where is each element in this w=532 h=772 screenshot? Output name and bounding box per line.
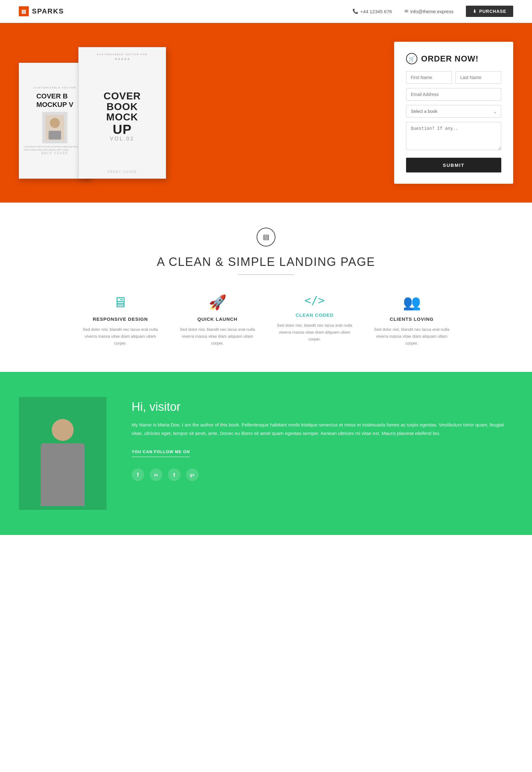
features-heading: A CLEAN & SIMPLE LANDING PAGE: [19, 255, 513, 269]
google-plus-icon[interactable]: g+: [186, 468, 199, 481]
email-icon: ✉: [404, 8, 409, 14]
svg-point-1: [50, 118, 60, 128]
features-top-icon: ▤: [257, 228, 275, 247]
book-front-badge: CUSTOMIZABLE VECTOR PSD: [97, 53, 148, 56]
book-front: CUSTOMIZABLE VECTOR PSD ★★★★★ COVER BOOK…: [78, 47, 166, 179]
books-mockup: CUSTOMIZABLE VECTOR COVER B MOCKUP V Lor…: [19, 47, 194, 179]
feature-clients-title: CLIENTS LOVING: [373, 316, 451, 322]
submit-button[interactable]: SUBMIT: [406, 158, 501, 172]
rocket-icon: 🚀: [178, 294, 257, 311]
feature-responsive: 🖥 RESPONSIVE DESIGN Sed dolor nisl, blan…: [78, 294, 163, 347]
group-icon: 👥: [373, 294, 451, 311]
follow-label: YOU CAN FOLLOW ME ON: [132, 449, 190, 457]
author-head: [52, 419, 74, 441]
monitor-icon: 🖥: [81, 294, 159, 311]
social-icons: f in t g+: [132, 468, 513, 481]
header-contact: 📞 +44 12345 678 ✉ info@theme.express ⬇ P…: [352, 6, 513, 17]
form-title: 🛒 ORDER NOW!: [406, 53, 501, 64]
book-front-top: CUSTOMIZABLE VECTOR PSD ★★★★★: [97, 53, 148, 62]
book-front-title: COVER BOOK MOCK UP VOL.02: [104, 91, 141, 142]
logo-icon: ▤: [19, 6, 29, 16]
logo-text: SPARKS: [32, 7, 64, 15]
features-divider: [238, 274, 294, 275]
first-name-input[interactable]: [406, 71, 452, 84]
feature-responsive-title: RESPONSIVE DESIGN: [81, 316, 159, 322]
hero-section: CUSTOMIZABLE VECTOR COVER B MOCKUP V Lor…: [0, 23, 532, 203]
feature-coded-title: CLEAN CODED: [275, 312, 354, 318]
question-row: [406, 122, 501, 150]
feature-launch: 🚀 QUICK LAUNCH Sed dolor nisl, blandit n…: [175, 294, 260, 347]
feature-launch-desc: Sed dolor nisl, blandit nec lacus erat n…: [178, 326, 257, 347]
book-select-wrapper: Select a book: [406, 105, 501, 117]
submit-label: SUBMIT: [443, 162, 465, 168]
purchase-label: PURCHASE: [479, 9, 506, 14]
book-back-image: [42, 112, 67, 143]
header: ▤ SPARKS 📞 +44 12345 678 ✉ info@theme.ex…: [0, 0, 532, 23]
author-content: Hi, visitor My Name is Maria Doe. I am t…: [132, 397, 513, 481]
phone-icon: 📞: [352, 8, 358, 14]
book-front-label: FRONT COVER: [107, 170, 137, 174]
cart-icon: 🛒: [406, 53, 417, 64]
last-name-input[interactable]: [456, 71, 501, 84]
feature-launch-title: QUICK LAUNCH: [178, 316, 257, 322]
book-back-title: COVER B MOCKUP V: [36, 92, 73, 109]
author-body: [41, 443, 85, 506]
question-textarea[interactable]: [406, 122, 501, 150]
email-row: [406, 88, 501, 101]
book-back-badge: CUSTOMIZABLE VECTOR: [34, 86, 76, 89]
code-icon: </>: [275, 294, 354, 307]
features-grid: 🖥 RESPONSIVE DESIGN Sed dolor nisl, blan…: [78, 294, 454, 347]
twitter-icon[interactable]: t: [168, 468, 180, 481]
author-image: [19, 397, 107, 510]
book-back-label: BACK COVER: [41, 151, 68, 155]
book-select[interactable]: Select a book: [406, 105, 501, 117]
author-section: Hi, visitor My Name is Maria Doe. I am t…: [0, 372, 532, 535]
book-star-rating: ★★★★★: [97, 57, 148, 61]
feature-responsive-desc: Sed dolor nisl, blandit nec lacus erat n…: [81, 326, 159, 347]
facebook-icon[interactable]: f: [132, 468, 144, 481]
feature-coded: </> CLEAN CODED Sed dolor nisl, blandit …: [272, 294, 357, 347]
form-title-text: ORDER NOW!: [421, 54, 478, 64]
feature-coded-desc: Sed dolor nisl, blandit nec lacus erat n…: [275, 322, 354, 343]
email-input[interactable]: [406, 88, 501, 101]
feature-clients: 👥 CLIENTS LOVING Sed dolor nisl, blandit…: [369, 294, 454, 347]
features-section: ▤ A CLEAN & SIMPLE LANDING PAGE 🖥 RESPON…: [0, 203, 532, 372]
email-info: ✉ info@theme.express: [404, 8, 454, 14]
author-greeting: Hi, visitor: [132, 400, 513, 414]
name-row: [406, 71, 501, 84]
purchase-icon: ⬇: [473, 9, 477, 14]
svg-rect-2: [49, 131, 61, 139]
book-back-text: Lorem ipsum dolor sit amet consectetur a…: [23, 145, 86, 151]
book-select-row: Select a book: [406, 105, 501, 117]
author-bio: My Name is Maria Doe. I am the author of…: [132, 420, 513, 437]
linkedin-icon[interactable]: in: [150, 468, 162, 481]
email-address: info@theme.express: [410, 9, 454, 14]
follow-section: YOU CAN FOLLOW ME ON f in t g+: [132, 449, 513, 481]
purchase-button[interactable]: ⬇ PURCHASE: [466, 6, 513, 17]
feature-clients-desc: Sed dolor nisl, blandit nec lacus erat n…: [373, 326, 451, 347]
phone-info: 📞 +44 12345 678: [352, 8, 392, 14]
phone-number: +44 12345 678: [360, 9, 392, 14]
order-form: 🛒 ORDER NOW! Select a book SUBMIT: [394, 42, 513, 184]
logo: ▤ SPARKS: [19, 6, 64, 16]
author-silhouette: [31, 409, 94, 510]
